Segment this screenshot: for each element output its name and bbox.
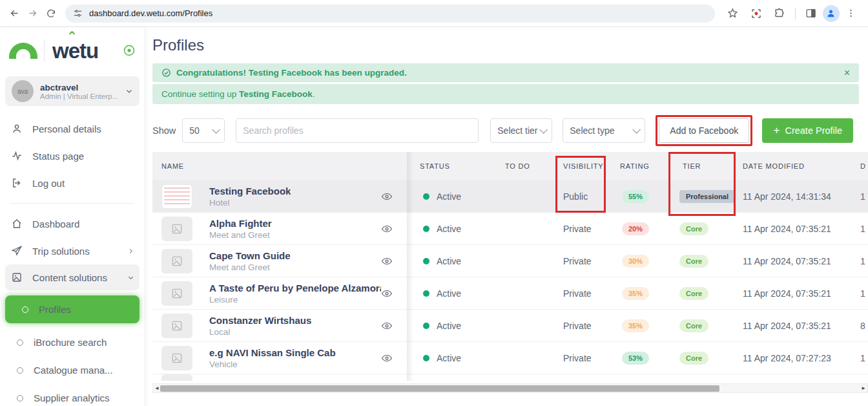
search-input[interactable] <box>243 125 471 136</box>
sidebar-item-ibrochure-search[interactable]: iBrochure search <box>0 328 145 356</box>
rating-badge: 20% <box>622 222 649 235</box>
sidebar-item-label: Profiles <box>39 304 71 315</box>
browser-menu-kebab-icon[interactable] <box>842 4 861 23</box>
visibility-cell: Private <box>555 256 612 266</box>
extensions-puzzle-icon[interactable] <box>770 4 789 23</box>
tier-filter-select[interactable]: Select tier <box>490 118 552 143</box>
page-title: Profiles <box>145 27 868 54</box>
type-filter-select[interactable]: Select type <box>563 118 645 143</box>
chevron-down-icon[interactable] <box>125 87 133 95</box>
profile-thumbnail-placeholder <box>161 374 192 381</box>
preview-eye-icon[interactable] <box>381 320 393 332</box>
tier-badge: Professional <box>679 190 735 203</box>
screen-capture-extension-icon[interactable] <box>747 4 766 23</box>
table-row[interactable]: Constanzer Wirtshaus Local Active Privat… <box>152 310 868 342</box>
preview-eye-icon[interactable] <box>381 288 393 299</box>
profile-thumbnail-placeholder <box>161 281 192 306</box>
date-modified-cell: 11 Apr 2024, 07:35:21 <box>736 288 851 299</box>
table-row[interactable]: e.g NAVI Nissan Single Cab Vehicle Activ… <box>152 342 868 374</box>
sidebar: wetu ava abctravel Admin | Virtual Enter… <box>0 27 145 406</box>
sidebar-item-label: Content solutions <box>32 272 107 283</box>
rating-badge: 53% <box>622 352 649 365</box>
status-dot <box>423 323 429 329</box>
sidebar-toggle-icon[interactable] <box>123 44 136 57</box>
logout-icon <box>10 177 23 189</box>
tier-badge: Core <box>679 255 708 268</box>
sidebar-item-content-solutions[interactable]: Content solutions <box>5 264 140 290</box>
column-header-date-modified[interactable]: DATE MODIFIED <box>736 162 851 170</box>
close-icon[interactable]: × <box>844 67 850 79</box>
profile-thumbnail-placeholder <box>161 314 192 338</box>
profile-name: Constanzer Wirtshaus <box>209 315 311 326</box>
forward-icon[interactable] <box>25 4 40 23</box>
sidebar-item-personal-details[interactable]: Personal details <box>0 115 145 142</box>
profile-name: Alpha Fighter <box>209 218 272 229</box>
preview-eye-icon[interactable] <box>381 352 393 364</box>
scroll-right-arrow-icon[interactable]: ► <box>860 383 867 393</box>
table-row[interactable]: Testing Facebook Hotel Active Public 55%… <box>152 180 868 213</box>
column-header-status[interactable]: STATUS <box>407 162 497 170</box>
status-text: Active <box>437 353 461 363</box>
bookmark-star-icon[interactable] <box>723 4 743 23</box>
wetu-arch-logo <box>9 43 37 59</box>
browser-profile-avatar[interactable] <box>823 5 840 22</box>
table-row[interactable]: A Taste of Peru by Penelope Alzamora Lei… <box>152 277 868 310</box>
sidebar-item-log-out[interactable]: Log out <box>0 169 145 197</box>
profile-thumbnail-placeholder <box>161 249 192 273</box>
column-header-todo[interactable]: TO DO <box>497 162 555 170</box>
visibility-cell: Public <box>555 191 612 202</box>
preview-eye-icon[interactable] <box>381 223 393 235</box>
sidebar-item-status-page[interactable]: Status page <box>0 142 145 169</box>
rating-badge: 35% <box>622 287 649 300</box>
column-header-clipped[interactable]: D <box>851 162 868 170</box>
clipped-cell: 1 <box>851 353 868 363</box>
tier-badge: Core <box>679 319 708 332</box>
table-row[interactable]: Cape Town Guide Meet and Greet Active Pr… <box>152 245 868 277</box>
sidebar-item-label: Dashboard <box>32 219 79 230</box>
page-size-select[interactable]: 50 <box>182 118 225 143</box>
sidebar-item-supplier-analytics[interactable]: Supplier analytics <box>0 384 145 406</box>
rating-badge: 35% <box>622 319 649 332</box>
sidebar-item-trip-solutions[interactable]: Trip solutions <box>0 237 145 264</box>
column-header-name[interactable]: NAME <box>152 162 407 170</box>
check-circle-icon <box>161 68 171 78</box>
user-account-card[interactable]: ava abctravel Admin | Virtual Enterp... <box>5 76 140 106</box>
status-dot <box>423 258 429 264</box>
radio-bullet-icon <box>17 395 23 401</box>
profile-thumbnail <box>161 184 192 209</box>
preview-eye-icon[interactable] <box>381 255 393 267</box>
create-profile-button[interactable]: + Create Profile <box>762 118 853 143</box>
column-header-visibility[interactable]: VISIBILITY <box>555 162 612 170</box>
sidebar-item-profiles[interactable]: Profiles <box>5 295 140 323</box>
user-avatar: ava <box>12 80 34 102</box>
radio-bullet-icon <box>17 367 23 374</box>
visibility-cell: Private <box>555 321 612 331</box>
image-icon <box>10 272 23 283</box>
column-header-tier[interactable]: TIER <box>670 162 736 170</box>
sidebar-divider <box>10 203 134 204</box>
sidebar-item-catalogue-management[interactable]: Catalogue mana... <box>0 356 145 384</box>
url-text: dashboard.dev.wetu.com/Profiles <box>89 8 212 18</box>
continue-banner: Continue setting up Testing Facebook. <box>152 84 859 104</box>
status-dot <box>423 226 429 232</box>
reload-icon[interactable] <box>43 4 59 23</box>
profile-type: Meet and Greet <box>209 262 291 272</box>
radio-bullet-icon <box>22 306 28 313</box>
tier-badge: Core <box>679 287 708 300</box>
clipped-cell: 1 <box>851 191 868 202</box>
sidebar-item-dashboard[interactable]: Dashboard <box>0 210 145 237</box>
horizontal-scrollbar[interactable]: ◄ ► <box>152 383 868 393</box>
column-header-rating[interactable]: RATING <box>612 162 670 170</box>
back-icon[interactable] <box>6 4 22 23</box>
wetu-wordmark: wetu <box>52 40 98 61</box>
add-to-facebook-button[interactable]: Add to Facebook <box>659 118 749 143</box>
side-panel-icon[interactable] <box>801 4 821 23</box>
preview-eye-icon[interactable] <box>381 191 393 202</box>
site-settings-icon[interactable] <box>73 8 83 18</box>
table-row[interactable]: Alpha Fighter Meet and Greet Active Priv… <box>152 213 868 245</box>
profile-type: Local <box>209 327 311 337</box>
profile-name: A Taste of Peru by Penelope Alzamora <box>209 283 381 294</box>
scrollbar-thumb[interactable] <box>160 385 719 392</box>
visibility-cell: Private <box>555 288 612 299</box>
address-bar[interactable]: dashboard.dev.wetu.com/Profiles <box>65 5 715 23</box>
